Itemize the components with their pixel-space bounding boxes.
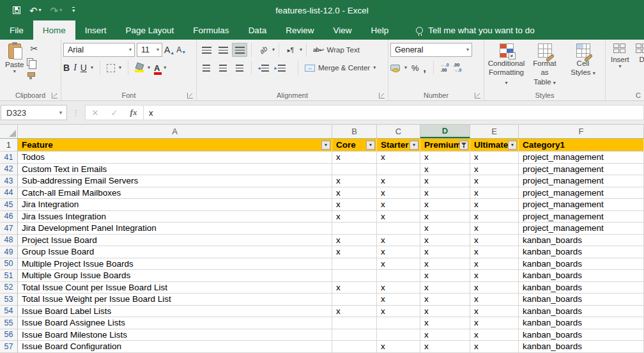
cell-category[interactable]: kanban_boards [519, 317, 644, 329]
cell-ultimate[interactable]: x [470, 294, 519, 306]
font-dialog-launcher[interactable] [187, 93, 193, 98]
cell-category[interactable]: kanban_boards [519, 294, 644, 306]
chevron-down-icon[interactable]: ▾ [55, 109, 66, 116]
formula-input[interactable]: x [144, 105, 644, 120]
grow-font-button[interactable]: A▲ [164, 45, 174, 55]
cell-feature[interactable]: Issue Board Configuration [18, 341, 332, 353]
tab-page-layout[interactable]: Page Layout [116, 20, 184, 40]
filter-button-starter[interactable]: ▾ [410, 141, 418, 150]
row-number[interactable]: 55 [0, 317, 18, 329]
cell-category[interactable]: kanban_boards [519, 270, 644, 282]
tab-home[interactable]: Home [33, 20, 75, 40]
conditional-formatting-button[interactable]: ≠ ConditionalFormatting ▾ [487, 42, 526, 90]
cell-ultimate[interactable]: x [470, 164, 519, 176]
column-header-d-selected[interactable]: D [420, 125, 470, 138]
chevron-down-icon[interactable]: ▾ [272, 47, 275, 52]
cell-ultimate[interactable]: x [470, 306, 519, 318]
row-number[interactable]: 41 [0, 152, 18, 164]
insert-cells-button[interactable]: Insert ▾ [608, 42, 632, 90]
cell-starter[interactable] [377, 223, 420, 235]
wrap-text-button[interactable]: ab↩Wrap Text [310, 43, 362, 57]
row-number[interactable]: 42 [0, 164, 18, 176]
header-cell-starter[interactable]: Starter ▾ [377, 139, 420, 152]
cell-starter[interactable]: x [377, 306, 420, 318]
cell-starter[interactable]: x [377, 294, 420, 306]
align-right-button[interactable] [232, 61, 247, 75]
cell-feature[interactable]: Multiple Project Issue Boards [18, 258, 332, 271]
row-number[interactable]: 1 [0, 139, 18, 152]
italic-button[interactable]: I [73, 63, 77, 73]
cell-premium[interactable]: x [420, 187, 470, 200]
cell-category[interactable]: project_management [519, 175, 644, 187]
cell-premium[interactable]: x [420, 341, 470, 353]
insert-function-button[interactable]: fx [124, 107, 143, 118]
align-center-button[interactable] [215, 61, 231, 75]
cell-core[interactable] [332, 164, 377, 176]
cell-starter[interactable]: x [377, 187, 420, 200]
cell-ultimate[interactable]: x [470, 199, 519, 211]
cell-ultimate[interactable]: x [470, 317, 519, 329]
chevron-down-icon[interactable]: ▾ [164, 65, 166, 70]
merge-center-button[interactable]: ↔Merge & Center▾ [302, 61, 378, 75]
cell-category[interactable]: kanban_boards [519, 341, 644, 353]
cell-feature[interactable]: Jira Development Panel Integration [18, 223, 332, 235]
cell-category[interactable]: kanban_boards [519, 306, 644, 318]
row-number[interactable]: 48 [0, 235, 18, 247]
cell-premium[interactable]: x [420, 152, 470, 164]
cell-feature[interactable]: Multiple Group Issue Boards [18, 270, 332, 282]
row-number[interactable]: 53 [0, 294, 18, 306]
cell-premium[interactable]: x [420, 282, 470, 294]
cell-premium[interactable]: x [420, 164, 470, 176]
cell-starter[interactable]: x [377, 258, 420, 271]
cell-ultimate[interactable]: x [470, 211, 519, 223]
cell-core[interactable] [332, 270, 377, 282]
column-header-c[interactable]: C [377, 125, 420, 138]
tab-insert[interactable]: Insert [75, 20, 116, 40]
column-header-b[interactable]: B [332, 125, 377, 138]
cell-premium[interactable]: x [420, 329, 470, 341]
cell-feature[interactable]: Group Issue Board [18, 246, 332, 258]
cell-core[interactable] [332, 329, 377, 341]
cell-category[interactable]: kanban_boards [519, 246, 644, 258]
cell-feature[interactable]: Sub-addressing Email Servers [18, 175, 332, 187]
redo-button[interactable]: ↷▾ [50, 6, 63, 15]
cell-premium[interactable]: x [420, 235, 470, 247]
cell-category[interactable]: kanban_boards [519, 235, 644, 247]
font-name-select[interactable]: Arial▾ [63, 43, 135, 57]
row-number[interactable]: 47 [0, 223, 18, 235]
row-number[interactable]: 52 [0, 282, 18, 294]
cell-feature[interactable]: Custom Text in Emails [18, 164, 332, 176]
cell-starter[interactable]: x [377, 199, 420, 211]
column-header-a[interactable]: A [18, 125, 332, 138]
cell-starter[interactable] [377, 329, 420, 341]
borders-icon[interactable] [107, 64, 115, 72]
header-cell-core[interactable]: Core ▾ [332, 139, 377, 152]
cell-feature[interactable]: Issue Board Assignee Lists [18, 317, 332, 329]
number-dialog-launcher[interactable] [475, 93, 480, 98]
cell-category[interactable]: kanban_boards [519, 282, 644, 294]
cell-core[interactable] [332, 341, 377, 353]
cell-category[interactable]: project_management [519, 152, 644, 164]
cell-starter[interactable] [377, 317, 420, 329]
cell-feature[interactable]: Jira Issues Integration [18, 211, 332, 223]
cell-premium[interactable]: x [420, 306, 470, 318]
tab-data[interactable]: Data [239, 20, 277, 40]
cell-ultimate[interactable]: x [470, 329, 519, 341]
cell-premium[interactable]: x [420, 294, 470, 306]
header-cell-ultimate[interactable]: Ultimate ▾ [470, 139, 519, 152]
cell-category[interactable]: project_management [519, 223, 644, 235]
cell-category[interactable]: project_management [519, 211, 644, 223]
copy-button[interactable]: ▾ [27, 56, 41, 68]
align-left-button[interactable] [199, 61, 214, 75]
row-number[interactable]: 46 [0, 211, 18, 223]
orientation-button[interactable]: ab [256, 43, 271, 57]
cell-styles-button[interactable]: CellStyles ▾ [564, 42, 602, 90]
cell-starter[interactable]: x [377, 282, 420, 294]
align-top-button[interactable] [199, 43, 214, 57]
format-painter-button[interactable] [27, 70, 41, 81]
cell-feature[interactable]: Catch-all Email Mailboxes [18, 187, 332, 200]
cell-core[interactable] [332, 223, 377, 235]
cell-core[interactable]: x [332, 235, 377, 247]
row-number[interactable]: 51 [0, 270, 18, 282]
cell-premium[interactable]: x [420, 175, 470, 187]
